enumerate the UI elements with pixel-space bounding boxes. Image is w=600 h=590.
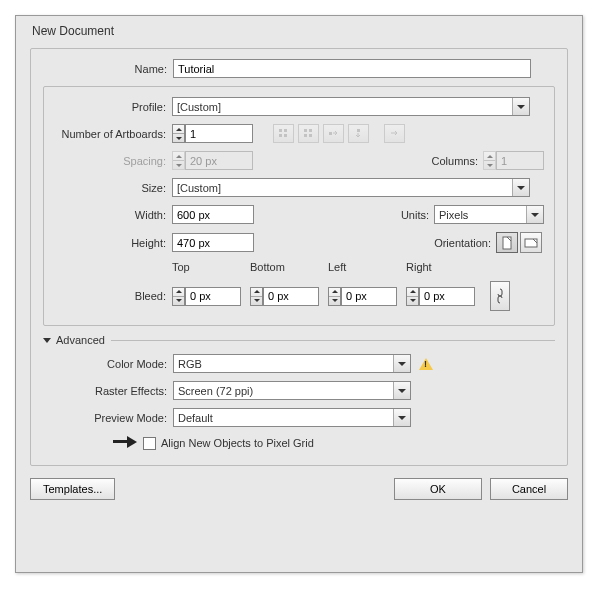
- bleed-right-input[interactable]: [419, 287, 475, 306]
- bleed-right-label: Right: [406, 261, 484, 275]
- orientation-landscape-button[interactable]: [520, 232, 542, 253]
- bleed-label: Bleed:: [54, 290, 172, 302]
- bleed-bottom-label: Bottom: [250, 261, 328, 275]
- columns-stepper: [483, 151, 544, 170]
- chevron-down-icon: [393, 355, 410, 372]
- link-bleed-button[interactable]: [490, 281, 510, 311]
- chevron-down-icon: [512, 98, 529, 115]
- svg-rect-7: [309, 134, 312, 137]
- svg-rect-1: [284, 129, 287, 132]
- new-document-dialog: New Document Name: Profile: [Custom] Num…: [15, 15, 583, 573]
- grid-by-col-icon: [298, 124, 319, 143]
- columns-label: Columns:: [423, 155, 483, 167]
- svg-rect-2: [279, 134, 282, 137]
- svg-rect-9: [357, 129, 360, 132]
- artboards-label: Number of Artboards:: [54, 128, 172, 140]
- bleed-left-label: Left: [328, 261, 406, 275]
- height-input[interactable]: [172, 233, 254, 252]
- size-label: Size:: [54, 182, 172, 194]
- artboards-stepper[interactable]: [172, 124, 253, 143]
- align-pixel-grid-checkbox[interactable]: [143, 437, 156, 450]
- units-select[interactable]: Pixels: [434, 205, 544, 224]
- templates-button[interactable]: Templates...: [30, 478, 115, 500]
- orientation-portrait-button[interactable]: [496, 232, 518, 253]
- preview-label: Preview Mode:: [43, 412, 173, 424]
- units-label: Units:: [386, 209, 434, 221]
- profile-select[interactable]: [Custom]: [172, 97, 530, 116]
- row-ltr-icon: [323, 124, 344, 143]
- raster-label: Raster Effects:: [43, 385, 173, 397]
- advanced-label: Advanced: [56, 334, 105, 346]
- chevron-down-icon: [393, 409, 410, 426]
- orientation-label: Orientation:: [418, 237, 496, 249]
- bleed-left-input[interactable]: [341, 287, 397, 306]
- name-input[interactable]: [173, 59, 531, 78]
- advanced-disclosure[interactable]: Advanced: [43, 334, 555, 346]
- bleed-top-input[interactable]: [185, 287, 241, 306]
- triangle-down-icon: [43, 338, 51, 343]
- artboard-arrangement-icons: [273, 124, 406, 143]
- bleed-bottom-stepper[interactable]: [250, 287, 328, 306]
- bleed-left-stepper[interactable]: [328, 287, 406, 306]
- columns-input: [496, 151, 544, 170]
- chevron-down-icon: [393, 382, 410, 399]
- color-mode-label: Color Mode:: [43, 358, 173, 370]
- bleed-right-stepper[interactable]: [406, 287, 484, 306]
- align-pixel-grid-label: Align New Objects to Pixel Grid: [161, 437, 314, 449]
- width-label: Width:: [54, 209, 172, 221]
- pointer-arrow-icon: [113, 435, 139, 449]
- width-input[interactable]: [172, 205, 254, 224]
- spacing-stepper: [172, 151, 253, 170]
- row-rtl-icon: [384, 124, 405, 143]
- dialog-footer: Templates... OK Cancel: [30, 478, 568, 500]
- main-group: Name: Profile: [Custom] Number of Artboa…: [30, 48, 568, 466]
- bleed-top-stepper[interactable]: [172, 287, 250, 306]
- cancel-button[interactable]: Cancel: [490, 478, 568, 500]
- height-label: Height:: [54, 237, 172, 249]
- preview-select[interactable]: Default: [173, 408, 411, 427]
- color-mode-select[interactable]: RGB: [173, 354, 411, 373]
- svg-rect-6: [309, 129, 312, 132]
- svg-rect-11: [525, 239, 537, 247]
- raster-select[interactable]: Screen (72 ppi): [173, 381, 411, 400]
- svg-rect-8: [329, 132, 332, 135]
- svg-rect-10: [503, 237, 511, 249]
- dialog-title: New Document: [30, 24, 568, 38]
- grid-by-row-icon: [273, 124, 294, 143]
- doc-settings-group: Profile: [Custom] Number of Artboards:: [43, 86, 555, 326]
- bleed-bottom-input[interactable]: [263, 287, 319, 306]
- profile-label: Profile:: [54, 101, 172, 113]
- warning-icon: [419, 358, 433, 370]
- col-ttb-icon: [348, 124, 369, 143]
- chevron-down-icon: [526, 206, 543, 223]
- chevron-down-icon: [512, 179, 529, 196]
- ok-button[interactable]: OK: [394, 478, 482, 500]
- bleed-top-label: Top: [172, 261, 250, 275]
- svg-rect-3: [284, 134, 287, 137]
- size-select[interactable]: [Custom]: [172, 178, 530, 197]
- spacing-label: Spacing:: [54, 155, 172, 167]
- svg-rect-0: [279, 129, 282, 132]
- svg-rect-5: [304, 134, 307, 137]
- name-label: Name:: [43, 63, 173, 75]
- spacing-input: [185, 151, 253, 170]
- svg-rect-4: [304, 129, 307, 132]
- artboards-input[interactable]: [185, 124, 253, 143]
